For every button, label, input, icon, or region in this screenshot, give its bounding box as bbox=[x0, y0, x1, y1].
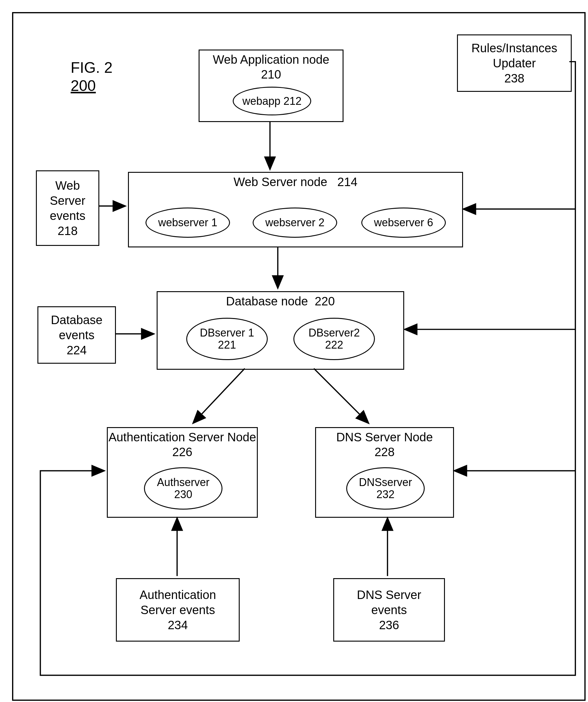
web-application-node: Web Application node 210 webapp 212 bbox=[198, 49, 343, 122]
dns-node-ref: 228 bbox=[375, 445, 395, 459]
authserver-ref: 230 bbox=[174, 488, 192, 500]
web-server-node: Web Server node 214 webserver 1 webserve… bbox=[128, 172, 463, 247]
webserver-node-title: Web Server node bbox=[234, 175, 327, 189]
db-node-ref: 220 bbox=[314, 295, 335, 308]
authserver-instance: Authserver 230 bbox=[144, 467, 223, 509]
database-node: Database node 220 DBserver 1 221 DBserve… bbox=[157, 291, 404, 370]
updater-ref: 238 bbox=[462, 71, 567, 86]
dbserver2-label: DBserver2 bbox=[308, 327, 360, 339]
svg-line-5 bbox=[314, 368, 368, 423]
authentication-server-node: Authentication Server Node 226 Authserve… bbox=[107, 427, 258, 518]
rules-instances-updater-box: Rules/Instances Updater 238 bbox=[457, 34, 572, 92]
auth-events-name: Authentication Server events bbox=[121, 587, 235, 617]
web-server-events-box: Web Server events 218 bbox=[36, 170, 99, 246]
db-events-name: Database events bbox=[42, 312, 111, 343]
authserver-label: Authserver bbox=[157, 476, 209, 488]
webserver-events-ref: 218 bbox=[41, 223, 94, 238]
auth-node-title: Authentication Server Node bbox=[108, 431, 257, 444]
dnsserver-ref: 232 bbox=[377, 488, 395, 500]
dbserver-instance-1: DBserver 1 221 bbox=[186, 318, 268, 360]
webapp-node-ref: 210 bbox=[261, 68, 281, 81]
database-events-box: Database events 224 bbox=[37, 306, 116, 364]
updater-name: Rules/Instances Updater bbox=[462, 40, 567, 71]
figure-label: FIG. 2 200 bbox=[70, 58, 113, 95]
svg-line-4 bbox=[193, 368, 245, 423]
diagram-canvas: FIG. 2 200 Rules/Instances Updater 238 W… bbox=[12, 12, 586, 701]
db-node-title: Database node bbox=[226, 295, 308, 308]
dbserver2-ref: 222 bbox=[325, 339, 343, 351]
webserver-node-ref: 214 bbox=[337, 175, 358, 189]
dnsserver-instance: DNSserver 232 bbox=[346, 467, 425, 509]
webserver-instance-1: webserver 1 bbox=[145, 208, 230, 238]
webserver-instance-2: webserver 2 bbox=[253, 208, 337, 238]
webserver-instance-2-label: webserver 2 bbox=[265, 217, 324, 229]
figure-number: FIG. 2 bbox=[70, 58, 113, 77]
webserver-events-name: Web Server events bbox=[41, 178, 94, 223]
dnsserver-label: DNSserver bbox=[359, 476, 412, 488]
dns-server-node: DNS Server Node 228 DNSserver 232 bbox=[315, 427, 454, 518]
webapp-instance-label: webapp 212 bbox=[243, 95, 302, 107]
webserver-instance-6-label: webserver 6 bbox=[374, 217, 433, 229]
db-events-ref: 224 bbox=[42, 343, 111, 358]
dbserver1-label: DBserver 1 bbox=[200, 327, 254, 339]
dbserver-instance-2: DBserver2 222 bbox=[293, 318, 375, 360]
dns-node-title: DNS Server Node bbox=[316, 431, 453, 444]
auth-node-ref: 226 bbox=[172, 445, 192, 459]
dbserver1-ref: 221 bbox=[218, 339, 236, 351]
dns-events-ref: 236 bbox=[338, 617, 440, 632]
auth-events-ref: 234 bbox=[121, 617, 235, 632]
webapp-instance: webapp 212 bbox=[233, 87, 311, 115]
auth-server-events-box: Authentication Server events 234 bbox=[116, 578, 240, 641]
webserver-instance-1-label: webserver 1 bbox=[158, 217, 217, 229]
figure-ref: 200 bbox=[70, 77, 113, 95]
dns-events-name: DNS Server events bbox=[338, 587, 440, 617]
webserver-instance-6: webserver 6 bbox=[361, 208, 446, 238]
webapp-node-title: Web Application node bbox=[199, 53, 342, 67]
dns-server-events-box: DNS Server events 236 bbox=[333, 578, 445, 641]
